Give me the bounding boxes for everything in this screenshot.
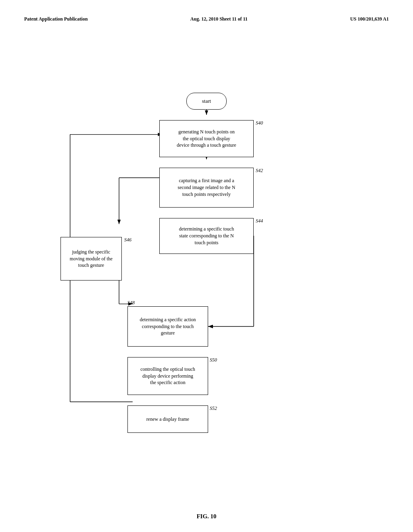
- s50-label: S50: [210, 357, 217, 363]
- s44-label: S44: [256, 218, 263, 224]
- start-shape: start: [186, 93, 227, 110]
- s48-text: determining a specific actioncorrespondi…: [140, 316, 196, 337]
- s50-box: controlling the optical touchdisplay dev…: [127, 357, 208, 395]
- s46-label: S46: [124, 237, 131, 243]
- s42-box: capturing a first image and asecond imag…: [159, 168, 254, 208]
- s40-text: generating N touch points onthe optical …: [177, 129, 236, 149]
- s52-box: renew a display frame: [127, 405, 208, 433]
- s44-text: determining a specific touchstate corres…: [179, 226, 234, 246]
- s50-text: controlling the optical touchdisplay dev…: [140, 366, 195, 386]
- s46-box: judging the specificmoving module of the…: [60, 237, 122, 281]
- figure-caption: FIG. 10: [0, 513, 413, 520]
- s52-text: renew a display frame: [146, 416, 189, 423]
- header-right: US 100/201,639 A1: [350, 16, 389, 22]
- header-left: Patent Application Publication: [24, 16, 88, 22]
- flowchart-diagram: start generating N touch points onthe op…: [0, 40, 413, 500]
- s40-box: generating N touch points onthe optical …: [159, 120, 254, 157]
- page-header: Patent Application Publication Aug. 12, …: [24, 16, 389, 22]
- header-middle: Aug. 12, 2010 Sheet 11 of 11: [190, 16, 248, 22]
- s48-box: determining a specific actioncorrespondi…: [127, 306, 208, 347]
- start-label: start: [202, 98, 211, 104]
- s42-text: capturing a first image and asecond imag…: [178, 177, 236, 197]
- s42-label: S42: [256, 168, 263, 174]
- s52-label: S52: [210, 405, 217, 411]
- s48-label: S48: [127, 300, 135, 306]
- s46-text: judging the specificmoving module of the…: [70, 249, 113, 269]
- s44-box: determining a specific touchstate corres…: [159, 218, 254, 254]
- s40-label: S40: [256, 120, 263, 126]
